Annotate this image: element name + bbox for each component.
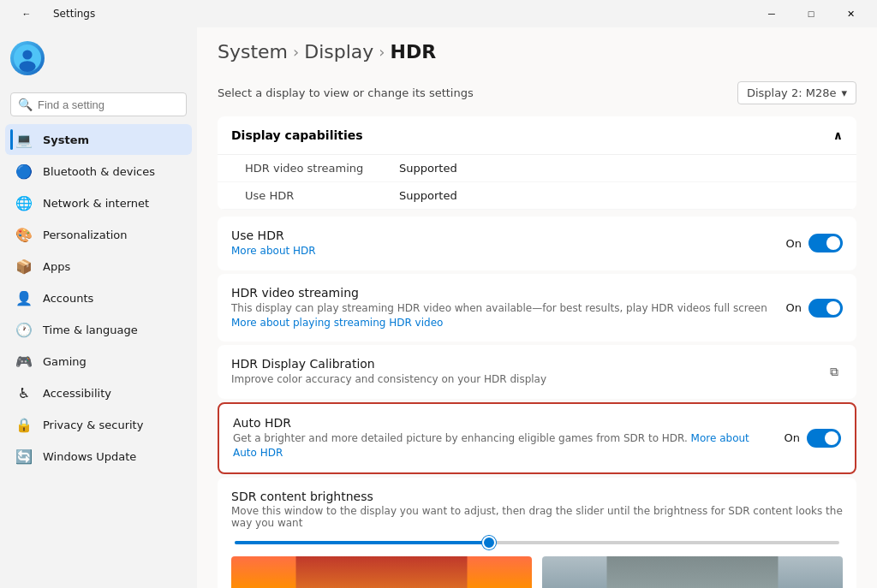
chevron-down-icon: ▾: [841, 86, 847, 99]
hdr-preview-image: [542, 556, 843, 588]
setting-title: Auto HDR: [233, 416, 771, 430]
setting-link[interactable]: More about HDR: [231, 245, 316, 257]
toggle-label: On: [786, 301, 802, 314]
setting-right: On: [785, 429, 841, 448]
display-dropdown[interactable]: Display 2: M28e ▾: [737, 81, 856, 104]
search-box[interactable]: 🔍: [10, 92, 187, 116]
time-icon: 🕐: [15, 321, 33, 338]
svg-rect-19: [607, 556, 779, 588]
toggle-switch[interactable]: [808, 299, 843, 318]
setting-link[interactable]: More about Auto HDR: [233, 432, 749, 459]
accounts-icon: 👤: [15, 289, 33, 306]
setting-title: HDR video streaming: [231, 286, 773, 300]
capabilities-card: Display capabilities ∧ HDR video streami…: [218, 116, 856, 210]
maximize-button[interactable]: □: [791, 0, 831, 27]
sdr-title: SDR content brightness: [231, 490, 843, 503]
profile-section: [0, 27, 197, 89]
capability-value: Supported: [399, 162, 457, 175]
setting-title: Use HDR: [231, 229, 773, 242]
capabilities-header[interactable]: Display capabilities ∧: [218, 116, 856, 155]
sidebar-label-gaming: Gaming: [43, 355, 87, 368]
sdr-preview: SDR content: [231, 556, 532, 588]
setting-desc: Improve color accuracy and consistency o…: [231, 372, 812, 387]
main-content: System › Display › HDR Select a display …: [197, 27, 877, 588]
toggle-switch[interactable]: [807, 429, 841, 448]
setting-right: On: [786, 299, 843, 318]
svg-point-2: [19, 61, 35, 72]
svg-rect-3: [296, 556, 468, 588]
slider-track: [235, 541, 839, 544]
setting-left: Use HDR More about HDR: [231, 229, 786, 258]
close-button[interactable]: ✕: [831, 0, 870, 27]
sidebar-label-personalization: Personalization: [43, 229, 128, 241]
sidebar-label-bluetooth: Bluetooth & devices: [43, 165, 155, 178]
slider-thumb[interactable]: [482, 536, 496, 549]
external-link-icon[interactable]: ⧉: [826, 364, 843, 381]
windows-update-icon: 🔄: [15, 448, 33, 465]
display-dropdown-value: Display 2: M28e: [747, 86, 837, 99]
setting-left: Auto HDR Get a brighter and more detaile…: [233, 416, 785, 460]
sidebar-item-gaming[interactable]: 🎮 Gaming: [5, 346, 192, 377]
capability-value: Supported: [399, 189, 457, 202]
setting-hdr-video-streaming: HDR video streaming This display can pla…: [218, 274, 856, 342]
toggle-switch[interactable]: [808, 234, 843, 252]
capability-label: Use HDR: [245, 189, 399, 202]
back-button[interactable]: ←: [7, 0, 46, 27]
brightness-slider[interactable]: [231, 541, 843, 544]
sidebar: 🔍 💻 System 🔵 Bluetooth & devices 🌐 Netwo…: [0, 27, 197, 588]
avatar: [10, 41, 45, 75]
sidebar-item-personalization[interactable]: 🎨 Personalization: [5, 219, 192, 250]
search-icon: 🔍: [18, 98, 33, 111]
setting-use-hdr: Use HDR More about HDR On: [218, 217, 856, 270]
sidebar-item-accounts[interactable]: 👤 Accounts: [5, 282, 192, 313]
setting-desc: Get a brighter and more detailed picture…: [233, 431, 771, 460]
sidebar-label-accessibility: Accessibility: [43, 387, 111, 400]
sdr-section: SDR content brightness Move this window …: [218, 478, 856, 588]
sidebar-item-time[interactable]: 🕐 Time & language: [5, 314, 192, 345]
sdr-desc: Move this window to the display you want…: [231, 505, 843, 529]
toggle-label: On: [785, 431, 800, 444]
setting-link[interactable]: More about playing streaming HDR video: [231, 317, 443, 329]
apps-icon: 📦: [15, 258, 33, 275]
setting-hdr-display-calibration: HDR Display Calibration Improve color ac…: [218, 345, 856, 399]
network-icon: 🌐: [15, 194, 33, 211]
display-select-label: Select a display to view or change its s…: [218, 86, 474, 99]
sidebar-item-network[interactable]: 🌐 Network & internet: [5, 187, 192, 218]
breadcrumb-arrow1: ›: [293, 43, 299, 61]
setting-title: HDR Display Calibration: [231, 357, 812, 371]
capability-row: Use HDR Supported: [218, 182, 856, 210]
content-header: System › Display › HDR: [197, 27, 877, 73]
sidebar-item-bluetooth[interactable]: 🔵 Bluetooth & devices: [5, 156, 192, 187]
capability-label: HDR video streaming: [245, 162, 399, 175]
toggle-label: On: [786, 237, 802, 250]
sidebar-label-apps: Apps: [43, 260, 70, 273]
setting-right: On: [786, 234, 843, 252]
sdr-preview-image: [231, 556, 532, 588]
sidebar-item-system[interactable]: 💻 System: [5, 124, 192, 155]
setting-link-only: More about HDR: [231, 244, 773, 258]
capability-rows: HDR video streaming Supported Use HDR Su…: [218, 155, 856, 210]
breadcrumb: System › Display › HDR: [218, 41, 856, 62]
setting-auto-hdr: Auto HDR Get a brighter and more detaile…: [218, 402, 856, 474]
personalization-icon: 🎨: [15, 226, 33, 243]
sidebar-item-privacy[interactable]: 🔒 Privacy & security: [5, 409, 192, 440]
search-input[interactable]: [38, 98, 182, 111]
breadcrumb-arrow2: ›: [379, 43, 385, 61]
sidebar-item-windows-update[interactable]: 🔄 Windows Update: [5, 441, 192, 472]
privacy-icon: 🔒: [15, 416, 33, 433]
preview-row: SDR content: [231, 556, 843, 588]
svg-point-1: [22, 50, 32, 59]
sidebar-label-network: Network & internet: [43, 197, 149, 210]
app-body: 🔍 💻 System 🔵 Bluetooth & devices 🌐 Netwo…: [0, 27, 877, 588]
window-title: Settings: [53, 8, 95, 20]
setting-left: HDR Display Calibration Improve color ac…: [231, 357, 826, 387]
hdr-preview: HDR content (for comparison): [542, 556, 843, 588]
setting-left: HDR video streaming This display can pla…: [231, 286, 786, 330]
setting-desc: This display can play streaming HDR vide…: [231, 301, 773, 330]
minimize-button[interactable]: ─: [752, 0, 791, 27]
sidebar-item-apps[interactable]: 📦 Apps: [5, 251, 192, 282]
gaming-icon: 🎮: [15, 353, 33, 370]
breadcrumb-current: HDR: [391, 41, 437, 62]
nav-list: 💻 System 🔵 Bluetooth & devices 🌐 Network…: [0, 123, 197, 472]
sidebar-item-accessibility[interactable]: ♿ Accessibility: [5, 377, 192, 408]
